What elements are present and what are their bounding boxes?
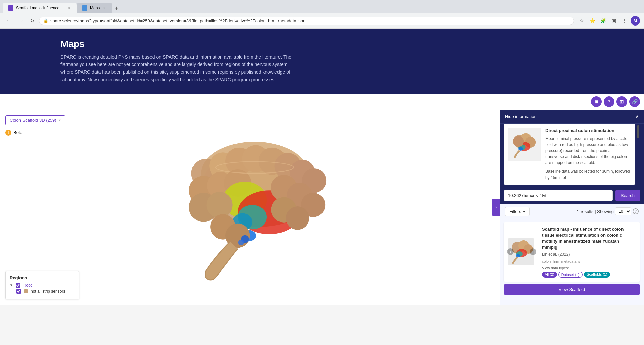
tab-bar: Scaffold map - Influence of direc... × M… — [0, 0, 644, 13]
collapse-panel-button[interactable]: › — [492, 199, 500, 216]
region-strip-label: not all strip sensors — [31, 289, 65, 294]
region-root-checkbox[interactable] — [16, 283, 20, 288]
result-info: Scaffold map - Influence of direct colon… — [542, 226, 636, 278]
thumb-next-button[interactable]: › — [530, 248, 536, 255]
bookmark-icon[interactable]: ☆ — [577, 16, 586, 26]
profile-avatar[interactable]: M — [631, 16, 640, 26]
tab-sparc-title: Scaffold map - Influence of direc... — [16, 6, 65, 10]
hide-info-bar[interactable]: Hide information ∧ — [500, 110, 644, 124]
scaffold-dropdown: Colon Scaffold 3D (259) ▾ — [5, 115, 65, 125]
regions-panel: Regions ▼ Root not all strip sensors — [5, 271, 79, 299]
svg-point-36 — [513, 136, 524, 146]
showing-select[interactable]: 10 25 50 — [615, 207, 631, 215]
tab-sparc[interactable]: Scaffold map - Influence of direc... × — [3, 3, 77, 13]
region-root-label: Root — [23, 283, 32, 288]
new-tab-button[interactable]: + — [112, 4, 121, 13]
info-thumbnail-svg — [509, 129, 540, 159]
results-area: Filters ▾ 1 results | Showing 10 25 50 ? — [500, 204, 644, 305]
dataset-card-wrapper: Direct proximal colon stimulation Mean l… — [504, 124, 640, 185]
left-panel: Colon Scaffold 3D (259) ▾ ! Beta — [0, 110, 500, 305]
info-dataset-info: Direct proximal colon stimulation Mean l… — [545, 128, 631, 181]
data-types-label: View data types: — [542, 266, 636, 270]
results-info-icon[interactable]: ? — [633, 208, 639, 214]
url-bar[interactable]: 🔒 — [39, 17, 574, 25]
result-card-inner: ‹ — [508, 226, 636, 278]
tab-maps-title: Maps — [90, 6, 100, 10]
page-description: SPARC is creating detailed PNS maps base… — [60, 53, 296, 84]
tab-maps[interactable]: Maps × — [77, 3, 112, 13]
svg-point-19 — [206, 192, 232, 218]
filters-chevron-icon: ▾ — [523, 209, 525, 214]
info-dataset-desc: Mean luminal pressure (represented by a … — [545, 136, 631, 166]
svg-point-26 — [286, 206, 309, 230]
region-strip-checkbox[interactable] — [16, 289, 21, 294]
reload-button[interactable]: ↻ — [28, 17, 36, 25]
region-strip-sensors: not all strip sensors — [10, 289, 75, 294]
browser-toolbar: ☆ ⭐ 🧩 ▣ ⋮ M — [577, 16, 640, 26]
tag-all[interactable]: All (2) — [542, 272, 557, 278]
right-panel: Hide information ∧ — [500, 110, 644, 305]
chevron-down-icon: ▾ — [59, 118, 61, 122]
menu-icon[interactable]: ⋮ — [620, 16, 629, 26]
scaffold-select[interactable]: Colon Scaffold 3D (259) ▾ — [5, 115, 65, 125]
filters-button[interactable]: Filters ▾ — [505, 207, 530, 216]
page-title: Maps — [60, 39, 584, 49]
thumb-prev-button[interactable]: ‹ — [507, 248, 514, 255]
star-icon[interactable]: ⭐ — [588, 16, 597, 26]
tag-scaffolds[interactable]: Scaffolds (1) — [584, 272, 610, 278]
result-filename: colon_hrm_metadata.js... — [542, 259, 636, 263]
grid-button[interactable]: ⊞ — [616, 96, 627, 107]
result-thumbnail: ‹ — [508, 226, 538, 278]
result-author: Lin et al. (2022) — [542, 252, 636, 257]
sparc-favicon — [8, 5, 13, 11]
svg-point-28 — [238, 239, 244, 245]
sidebar-icon[interactable]: ▣ — [609, 16, 618, 26]
info-thumbnail — [508, 128, 541, 161]
toolbar-row: ▣ ? ⊞ 🔗 — [0, 94, 644, 110]
search-button[interactable]: Search — [615, 190, 640, 201]
region-color-swatch — [24, 289, 28, 293]
region-root: ▼ Root — [10, 283, 75, 288]
hide-info-label: Hide information — [505, 114, 537, 119]
url-input[interactable] — [50, 18, 570, 23]
link-button[interactable]: 🔗 — [629, 96, 640, 107]
filters-label: Filters — [509, 209, 521, 214]
content-wrapper: Colon Scaffold 3D (259) ▾ ! Beta — [0, 110, 644, 305]
count-text: 1 results | Showing — [577, 209, 614, 214]
tab-sparc-close[interactable]: × — [67, 5, 71, 11]
search-bar: Search — [504, 190, 640, 201]
info-dataset-card: Direct proximal colon stimulation Mean l… — [504, 124, 635, 185]
search-input[interactable] — [504, 190, 613, 201]
browser-chrome: Scaffold map - Influence of direc... × M… — [0, 0, 644, 29]
tab-maps-close[interactable]: × — [102, 5, 106, 11]
info-scrollbar[interactable] — [637, 125, 639, 138]
main-content: ▣ ? ⊞ 🔗 Colon Scaffold 3D (259) ▾ ! Beta — [0, 94, 644, 305]
view-toggle-button[interactable]: ▣ — [591, 96, 602, 107]
back-button[interactable]: ← — [4, 16, 13, 25]
page-header: Maps SPARC is creating detailed PNS maps… — [0, 29, 644, 94]
extension-icon[interactable]: 🧩 — [598, 16, 608, 26]
address-bar: ← → ↻ 🔒 ☆ ⭐ 🧩 ▣ ⋮ M — [0, 13, 644, 28]
results-header: Filters ▾ 1 results | Showing 10 25 50 ? — [500, 204, 644, 219]
regions-title: Regions — [10, 275, 75, 280]
view-scaffold-button[interactable]: View Scaffold — [504, 284, 640, 295]
help-button[interactable]: ? — [604, 96, 614, 107]
result-card: ‹ — [504, 222, 640, 282]
collapse-arrow-icon[interactable]: ▼ — [10, 283, 13, 287]
results-count: 1 results | Showing 10 25 50 ? — [577, 207, 639, 215]
beta-icon: ! — [5, 130, 11, 136]
info-dataset-desc2: Baseline data was collected for 30min, f… — [545, 168, 631, 181]
svg-point-42 — [516, 254, 520, 257]
tag-dataset[interactable]: Dataset (1) — [558, 272, 583, 278]
lock-icon: 🔒 — [43, 18, 48, 23]
info-dataset-title: Direct proximal colon stimulation — [545, 128, 631, 134]
result-tags: All (2) Dataset (1) Scaffolds (1) — [542, 272, 636, 278]
forward-button[interactable]: → — [16, 16, 26, 25]
svg-point-35 — [518, 147, 523, 151]
scaffold-select-label: Colon Scaffold 3D (259) — [10, 118, 56, 123]
maps-favicon — [82, 5, 87, 11]
collapse-info-icon: ∧ — [636, 114, 639, 119]
result-title: Scaffold map - Influence of direct colon… — [542, 226, 636, 251]
beta-label: Beta — [13, 130, 23, 135]
beta-badge: ! Beta — [5, 130, 23, 136]
